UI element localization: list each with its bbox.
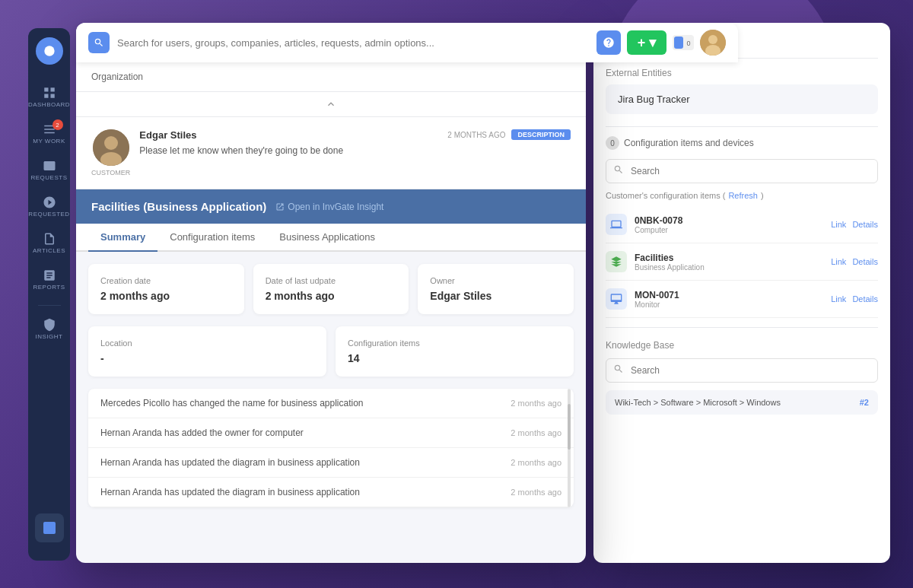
open-in-invgate-link[interactable]: Open in InvGate Insight — [275, 202, 383, 212]
ci-customer-label: Customer's configuration items ( Refresh… — [606, 191, 878, 200]
sidebar-item-dashboard[interactable]: DASHBOARD — [33, 80, 66, 113]
ci-item-facilities: Facilities Business Application Link Det… — [606, 243, 878, 281]
tab-business-applications[interactable]: Business Applications — [267, 224, 387, 252]
ci-name-2: MON-0071 — [635, 290, 823, 300]
add-button[interactable]: + ▾ — [627, 30, 666, 55]
ci-actions-facilities: Link Details — [831, 257, 878, 266]
activity-time-3: 2 months ago — [511, 458, 561, 467]
tabs-bar: Summary Configuration items Business App… — [76, 224, 586, 252]
activity-item: Hernan Aranda has updated the diagram in… — [88, 448, 574, 478]
jira-box: Jira Bug Tracker — [606, 84, 878, 114]
activity-text-2: Hernan Aranda has added the owner for co… — [100, 427, 304, 438]
business-app-icon — [610, 256, 622, 268]
activity-time-4: 2 months ago — [511, 488, 561, 497]
sidebar-logo[interactable] — [36, 37, 63, 65]
ci-search-input[interactable] — [606, 159, 878, 183]
scroll-indicator[interactable] — [568, 389, 571, 507]
stats-grid-2: Location - Configuration items 14 — [76, 326, 586, 389]
stat-card-owner: Owner Edgar Stiles — [418, 264, 574, 314]
ci-link-button-0[interactable]: Link — [831, 220, 846, 229]
user-avatar[interactable] — [700, 30, 726, 56]
ci-details-button-0[interactable]: Details — [852, 220, 878, 229]
activity-item: Hernan Aranda has updated the diagram in… — [88, 478, 574, 507]
ci-info-monitor: MON-0071 Monitor — [635, 290, 823, 309]
stat-card-config-items: Configuration items 14 — [336, 326, 574, 377]
svg-rect-1 — [44, 87, 48, 91]
ci-type-0: Computer — [635, 226, 823, 234]
stat-value-location: - — [100, 352, 314, 364]
help-button[interactable] — [596, 30, 621, 55]
svg-rect-3 — [44, 94, 48, 97]
customer-role-label: CUSTOMER — [91, 169, 130, 176]
kb-count: #2 — [860, 398, 869, 407]
computer-icon — [610, 218, 622, 230]
external-entities-label: External Entities — [606, 68, 878, 78]
ci-actions-computer: Link Details — [831, 220, 878, 229]
ci-info-computer: 0NBK-0078 Computer — [635, 215, 823, 234]
stat-label-update: Date of last udpate — [266, 276, 397, 285]
sidebar-item-mywork[interactable]: 2 MY WORK — [33, 116, 66, 150]
org-header: Organization — [76, 62, 586, 92]
stat-value-update: 2 months ago — [266, 290, 397, 302]
tab-configuration-items[interactable]: Configuration items — [157, 224, 267, 252]
svg-rect-2 — [50, 87, 54, 91]
ci-item-monitor: MON-0071 Monitor Link Details — [606, 281, 878, 318]
jira-label: Jira Bug Tracker — [618, 94, 690, 105]
monitor-icon — [610, 293, 622, 305]
org-label: Organization — [91, 72, 143, 82]
ci-refresh-link[interactable]: Refresh — [728, 191, 758, 200]
stat-card-last-update: Date of last udpate 2 months ago — [253, 264, 409, 314]
ci-details-button-2[interactable]: Details — [852, 294, 878, 304]
toggle-area[interactable]: 0 — [673, 35, 694, 50]
kb-search-icon — [613, 364, 624, 377]
sidebar-label-mywork: MY WORK — [33, 138, 65, 145]
tab-summary[interactable]: Summary — [88, 224, 157, 252]
ci-actions-monitor: Link Details — [831, 294, 878, 304]
ci-details-button-1[interactable]: Details — [852, 257, 878, 266]
svg-point-16 — [104, 136, 118, 150]
kb-search-wrap — [606, 358, 878, 383]
message-meta: 2 MONTHS AGO DESCRIPTION — [447, 129, 571, 140]
ci-count-badge: 0 — [606, 136, 619, 150]
sidebar-item-requests[interactable]: REQUESTS — [33, 153, 66, 186]
search-input[interactable] — [117, 37, 596, 49]
ci-search-wrap — [606, 159, 878, 183]
sidebar-item-articles[interactable]: ARTICLES — [33, 226, 66, 259]
ci-type-2: Monitor — [635, 300, 823, 309]
kb-item: Wiki-Tech > Software > Microsoft > Windo… — [606, 390, 878, 415]
scroll-thumb — [568, 404, 571, 450]
sidebar-item-requested[interactable]: REQUESTED — [33, 189, 66, 223]
sidebar-item-insight[interactable]: INSIGHT — [33, 312, 66, 345]
section-divider-2 — [606, 126, 878, 127]
toggle-count: 0 — [686, 40, 690, 47]
stat-label-config: Configuration items — [348, 338, 561, 348]
stat-card-creation-date: Creation date 2 months ago — [88, 264, 244, 314]
activity-log: Mercedes Picollo has changed the name fo… — [88, 389, 574, 507]
sidebar-label-dashboard: DASHBOARD — [28, 101, 70, 108]
sidebar-label-requests: REQUESTS — [31, 174, 68, 181]
kb-search-input[interactable] — [606, 358, 878, 383]
ci-link-button-2[interactable]: Link — [831, 294, 846, 304]
activity-text-1: Mercedes Picollo has changed the name fo… — [100, 398, 364, 408]
stat-value-creation: 2 months ago — [100, 290, 232, 302]
right-panel: 1 Relationships External Entities Jira B… — [593, 23, 890, 563]
customer-avatar — [93, 129, 129, 166]
knowledge-base-section: Knowledge Base Wiki-Tech > Software > Mi… — [606, 340, 878, 415]
sidebar-item-reports[interactable]: REPORTS — [33, 262, 66, 296]
svg-rect-7 — [44, 132, 55, 133]
ci-link-button-1[interactable]: Link — [831, 257, 846, 266]
search-icon-wrap — [88, 32, 110, 53]
ci-customer-text: Customer's configuration items ( — [606, 191, 725, 200]
stat-value-owner: Edgar Stiles — [430, 290, 561, 302]
sidebar-badge-mywork: 2 — [52, 119, 63, 130]
sidebar-label-reports: REPORTS — [33, 284, 65, 291]
svg-rect-6 — [44, 129, 55, 130]
section-divider-3 — [606, 327, 878, 328]
kb-path: Wiki-Tech > Software > Microsoft > Windo… — [615, 398, 781, 407]
external-link-icon — [275, 202, 285, 211]
ci-search-icon — [613, 164, 624, 178]
sidebar-company-logo — [35, 513, 64, 542]
collapse-button[interactable] — [76, 92, 586, 117]
message-time: 2 MONTHS AGO — [447, 131, 505, 139]
description-badge: DESCRIPTION — [511, 129, 571, 140]
